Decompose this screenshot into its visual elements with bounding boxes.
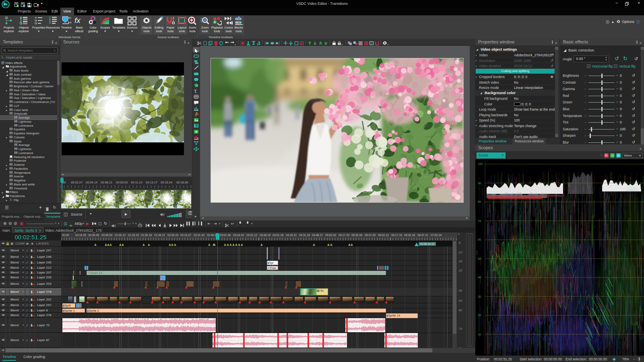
svg-text:30: 30 — [478, 295, 481, 298]
svg-text:10: 10 — [478, 333, 481, 336]
svg-text:60: 60 — [478, 238, 481, 241]
svg-text:90: 90 — [478, 181, 481, 185]
svg-text:40: 40 — [478, 276, 481, 279]
svg-text:70: 70 — [478, 219, 481, 223]
svg-text:80: 80 — [478, 200, 481, 204]
svg-text:fx: fx — [74, 16, 81, 25]
svg-text:00: 00 — [68, 16, 71, 19]
svg-text:20: 20 — [478, 313, 481, 317]
svg-text:100: 100 — [478, 162, 483, 166]
svg-text:50: 50 — [478, 257, 481, 261]
svg-text:T.: T. — [194, 89, 198, 93]
